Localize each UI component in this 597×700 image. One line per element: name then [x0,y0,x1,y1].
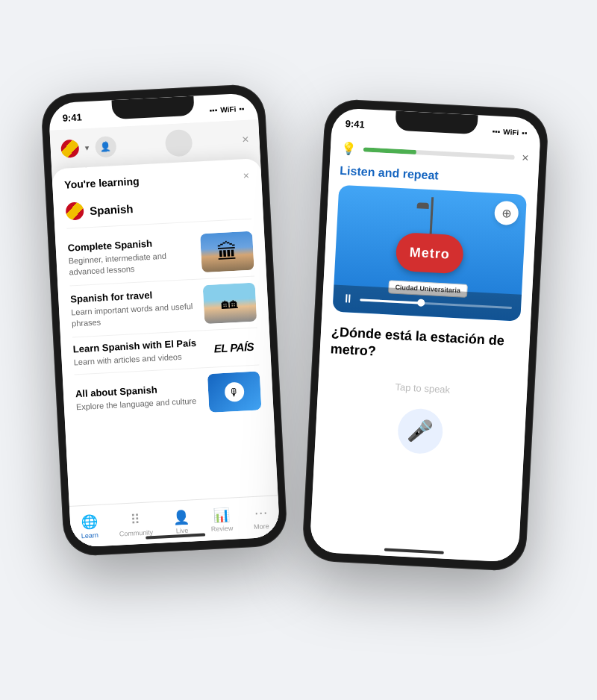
language-row: Spanish [65,189,251,229]
pause-icon[interactable]: ⏸ [342,292,354,306]
lamp-head [416,202,428,209]
elpais-logo: EL PAÍS [213,340,254,354]
microphone-icon: 🎤 [407,418,434,444]
mic-button[interactable]: 🎤 [397,407,444,454]
spanish-flag [66,201,84,220]
wifi-icon-right: WiFi [503,128,519,137]
metro-text: Metro [409,244,450,262]
sagrada-image [200,231,254,273]
add-icon: ⊕ [501,206,512,221]
elpais-logo-container: EL PAÍS [209,340,258,355]
course-item-all-about[interactable]: All about Spanish Explore the language a… [75,366,262,426]
profile-icon[interactable]: 👤 [95,136,116,157]
battery-icon: ▪▪ [239,104,245,113]
modal-close-icon[interactable]: × [243,169,249,181]
right-screen: 9:41 ▪▪▪ WiFi ▪▪ 💡 × Listen and repeat [310,107,542,563]
audio-progress-fill [360,299,421,304]
cuba-image [203,283,257,325]
mic-icon-podcast: 🎙 [225,382,245,402]
course-thumb-1 [200,231,254,273]
bulb-icon: 💡 [340,141,356,156]
language-name: Spanish [90,201,134,216]
progress-bar [363,147,515,160]
status-icons-left: ▪▪▪ WiFi ▪▪ [209,104,244,114]
metro-image: Metro Ciudad Universitaria ⊕ ⏸ [332,185,527,322]
close-icon-right[interactable]: × [522,151,529,164]
status-icons-right: ▪▪▪ WiFi ▪▪ [492,127,527,137]
time-right: 9:41 [345,118,365,130]
course-info-3: Learn Spanish with El País Learn with ar… [72,337,202,368]
metro-sign: Metro [395,232,464,275]
nav-label-live: Live [175,526,188,534]
time-left: 9:41 [62,111,82,123]
add-button[interactable]: ⊕ [494,201,519,226]
nav-label-learn: Learn [81,531,99,540]
course-info-4: All about Spanish Explore the language a… [75,381,202,413]
audio-seek-dot [417,299,425,307]
learn-icon: 🌐 [81,513,98,531]
bottom-nav: 🌐 Learn ⠿ Community 👤 Live 📊 [69,495,281,548]
signal-icon: ▪▪▪ [209,105,217,114]
course-thumb-4: 🎙 [207,372,262,413]
right-phone: 9:41 ▪▪▪ WiFi ▪▪ 💡 × Listen and repeat [301,99,549,572]
more-icon: ⋯ [254,504,268,522]
metro-diamond: Metro [395,232,464,275]
nav-item-community[interactable]: ⠿ Community [118,510,153,537]
course-item-travel[interactable]: Spanish for travel Learn important words… [69,277,257,338]
wifi-icon: WiFi [220,104,237,113]
course-item-complete-spanish[interactable]: Complete Spanish Beginner, intermediate … [67,225,254,287]
progress-bar-fill [363,147,416,154]
left-phone: 9:41 ▪▪▪ WiFi ▪▪ ▾ 👤 × [40,84,288,557]
live-icon: 👤 [173,508,190,525]
modal-title: You're learning [64,175,140,191]
left-screen: 9:41 ▪▪▪ WiFi ▪▪ ▾ 👤 × [49,93,281,548]
course-info-1: Complete Spanish Beginner, intermediate … [67,235,194,278]
audio-progress-bar[interactable] [360,299,512,309]
nav-label-review: Review [211,524,234,533]
course-desc-2: Learn important words and useful phrases [71,300,197,330]
review-icon: 📊 [213,506,230,523]
nav-item-review[interactable]: 📊 Review [210,506,233,532]
course-info-2: Spanish for travel Learn important words… [70,287,197,330]
community-icon: ⠿ [130,511,140,528]
podcast-image: 🎙 [207,372,262,413]
modal-sheet: You're learning × Spanish Complete Spani… [51,158,280,548]
flag-icon [60,140,79,158]
close-icon-left[interactable]: × [242,133,249,146]
signal-icon-right: ▪▪▪ [492,127,500,136]
nav-item-more[interactable]: ⋯ More [253,504,269,531]
nav-item-learn[interactable]: 🌐 Learn [80,513,99,540]
battery-icon-right: ▪▪ [522,128,528,137]
left-content: ▾ 👤 × Beginner A1 You're learning × [49,119,280,548]
course-thumb-2 [203,283,257,325]
course-desc-1: Beginner, intermediate and advanced less… [68,249,194,278]
dropdown-arrow[interactable]: ▾ [84,143,90,152]
right-content: 💡 × Listen and repeat Metro [310,134,540,563]
avatar [165,129,193,157]
mic-button-container: 🎤 [314,396,526,474]
nav-label-more: More [254,522,269,531]
nav-item-live[interactable]: 👤 Live [173,508,191,534]
modal-header: You're learning × [64,169,249,191]
